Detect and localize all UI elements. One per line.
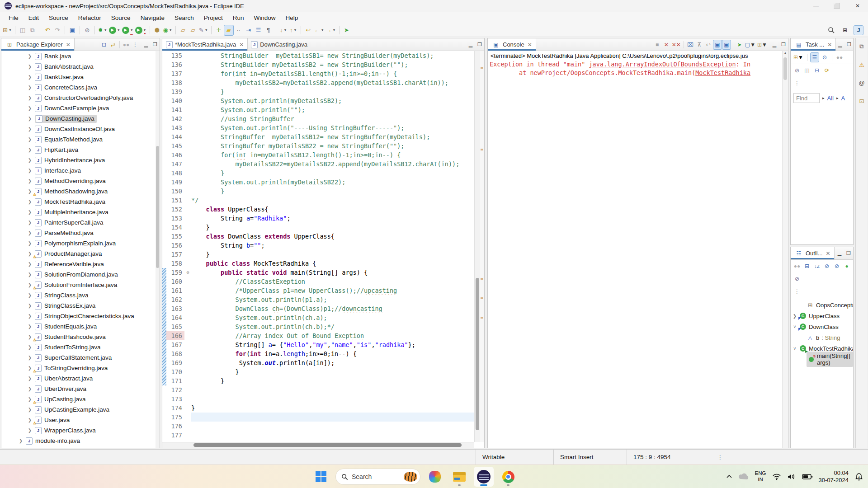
editor-tab-downcasting-java[interactable]: JDownCasting.java [247,38,311,51]
tree-expander-icon[interactable]: ˅ [793,346,797,351]
clock[interactable]: 00:0430-07-2024 [819,469,849,484]
eclipse-app-icon[interactable] [474,467,494,487]
hide-completed-icon[interactable]: ⊘ [793,66,802,75]
back-icon[interactable]: ←▼ [313,25,325,36]
menu-window[interactable]: Window [249,13,281,23]
prev-annotation-icon[interactable]: ↑▼ [288,25,298,36]
maximize-editor-icon[interactable]: ❐ [475,40,484,50]
tree-item-module-info-java[interactable]: ❯Jmodule-info.java [1,436,160,446]
chevron-right-icon[interactable]: ❯ [28,178,32,183]
minimize-view-icon[interactable]: ▁ [770,40,779,50]
new-java-class-icon[interactable]: ◉▼ [162,25,173,36]
remove-launch-icon[interactable]: ✕ [662,40,671,50]
package-explorer-tree[interactable]: ❯JBank.java❯JBankAbstract.java❯JBankUser… [1,51,160,448]
tree-item-studenthashcode-java[interactable]: ❯JStudentHashcode.java [1,332,160,342]
close-icon[interactable]: ✕ [826,250,830,257]
open-task-icon[interactable]: ▣ [67,25,77,36]
tree-item-upcasting-java[interactable]: ❯JUpCasting.java [1,394,160,404]
new-wizard-icon[interactable]: ⊞▼ [2,25,13,36]
tree-item-downcasting-java[interactable]: ❯JDownCasting.java [1,113,160,124]
tree-item-solutionfrominterface-java[interactable]: ❯JSolutionFromInterface.java [1,280,160,290]
save-icon[interactable]: ◫ [18,25,28,36]
tree-item-productmanager-java[interactable]: ❯JProductManager.java [1,249,160,259]
skip-breakpoints-icon[interactable]: ⊘ [82,25,92,36]
debug-icon[interactable]: ✹▼ [97,25,108,36]
save-all-icon[interactable]: ⧉ [28,25,38,36]
chevron-right-icon[interactable]: ❯ [28,428,32,433]
tree-item-wrapperclass-java[interactable]: ❯JWrapperClass.java [1,425,160,436]
focus-icon[interactable]: ●● [122,40,131,50]
tree-item-paintersupercall-java[interactable]: ❯JPainterSuperCall.java [1,217,160,228]
outline-item-oopsconcepts[interactable]: ⊞OopsConcepts [791,300,853,310]
chevron-right-icon[interactable]: ❯ [28,230,32,235]
close-icon[interactable]: ✕ [528,42,532,48]
console-stack-link[interactable]: java.lang.ArrayIndexOutOfBoundsException [589,61,736,68]
categorized-icon[interactable]: ☰ [810,52,819,62]
chevron-right-icon[interactable]: ❯ [28,345,32,350]
new-task-icon[interactable]: ⊞▼ [793,52,804,62]
maximize-button[interactable]: ⬜ [826,0,847,12]
view-menu-icon[interactable]: ⋮ [131,40,140,50]
minimize-view-icon[interactable]: ▁ [142,40,151,50]
hide-static-icon[interactable]: ⊘ [832,261,841,271]
outline-tree[interactable]: ⊞OopsConcepts❯C◤UpperClass˅C◤DownClass△b… [791,298,853,365]
chevron-right-icon[interactable]: ❯ [28,158,32,163]
tree-item-downcastinstanceof-java[interactable]: ❯JDownCastInstanceOf.java [1,124,160,134]
tree-item-multipleinheritance-java[interactable]: ❯JMultipleInheritance.java [1,207,160,217]
console-scrollbar[interactable]: ▲ [782,51,788,448]
minimize-editor-icon[interactable]: ▁ [466,40,475,50]
menu-run[interactable]: Run [228,13,249,23]
tree-item-tostringoverriding-java[interactable]: ❯JToStringOverriding.java [1,363,160,373]
last-edit-icon[interactable]: ↩ [303,25,313,36]
open-perspective-icon[interactable]: ⊞ [840,25,850,35]
scroll-lock-icon[interactable]: ⊼ [695,40,704,50]
outline-item-b[interactable]: △b : String [791,332,853,343]
chevron-right-icon[interactable]: ❯ [28,376,32,381]
outline-item-upperclass[interactable]: ❯C◤UpperClass [791,310,853,321]
menu-source-2[interactable]: Source [106,13,136,23]
chevron-right-icon[interactable]: ❯ [28,106,32,111]
chevron-right-icon[interactable]: ❯ [28,251,32,256]
close-icon[interactable]: ✕ [66,42,71,48]
tab-package-explorer[interactable]: ⊞ Package Explorer ✕ [1,38,74,51]
tree-item-studentequals-java[interactable]: ❯JStudentEquals.java [1,321,160,332]
terminate-icon[interactable]: ■ [653,40,662,50]
all-link[interactable]: All [827,95,834,102]
notification-bell-icon[interactable]: z [854,473,863,481]
chevron-right-icon[interactable]: ❯ [19,438,23,443]
menu-refactor[interactable]: Refactor [73,13,106,23]
onedrive-cloud-icon[interactable] [738,473,749,480]
show-whitespace-icon[interactable]: ∙∙ [234,25,244,36]
chevron-right-icon[interactable]: ❯ [28,220,32,225]
profile-icon[interactable]: ▶●▼ [134,25,147,36]
word-wrap-icon[interactable]: ↩ [704,40,713,50]
tab-console[interactable]: ▣ Console ✕ [488,38,536,51]
open-folder-icon[interactable]: ▱ [178,25,188,36]
chevron-right-icon[interactable]: ❯ [28,282,32,287]
editor-tab-mocktestradhika-java[interactable]: J*MockTestRadhika.java✕ [162,38,247,51]
close-button[interactable]: ✕ [847,0,868,12]
show-stderr-icon[interactable]: ▣ [722,40,731,50]
coverage-icon[interactable]: ▶▂▼ [121,25,134,36]
tree-item-methodshadowing-java[interactable]: ❯JMethodShadowing.java [1,186,160,197]
chevron-right-icon[interactable]: ❯ [28,64,32,69]
chevron-right-icon[interactable]: ❯ [28,272,32,277]
pe-scrollbar[interactable] [156,51,160,448]
chrome-app-icon[interactable] [498,467,518,487]
editor-horizontal-scrollbar[interactable] [162,442,474,448]
tree-item-bankabstract-java[interactable]: ❯JBankAbstract.java [1,61,160,72]
find-input[interactable] [793,93,820,103]
activate-link[interactable]: A [841,95,845,102]
tree-item-uberabstract-java[interactable]: ❯JUberAbstract.java [1,373,160,384]
wifi-icon[interactable] [772,473,781,480]
tree-item-upcastingexample-java[interactable]: ❯JUpCastingExample.java [1,404,160,415]
tree-item-constructoroverloadingpoly-java[interactable]: ❯JConstructorOverloadingPoly.java [1,93,160,103]
chevron-right-icon[interactable]: ❯ [28,397,32,402]
pilcrow-icon[interactable]: ¶ [264,25,274,36]
console-stack-link[interactable]: MockTestRadhika [695,69,750,76]
chevron-right-icon[interactable]: ❯ [28,366,32,371]
chevron-right-icon[interactable]: ❯ [28,262,32,267]
tree-item-interface-java[interactable]: ❯IInterface.java [1,165,160,176]
menu-file[interactable]: File [4,13,24,23]
chevron-right-icon[interactable]: ❯ [28,407,32,412]
